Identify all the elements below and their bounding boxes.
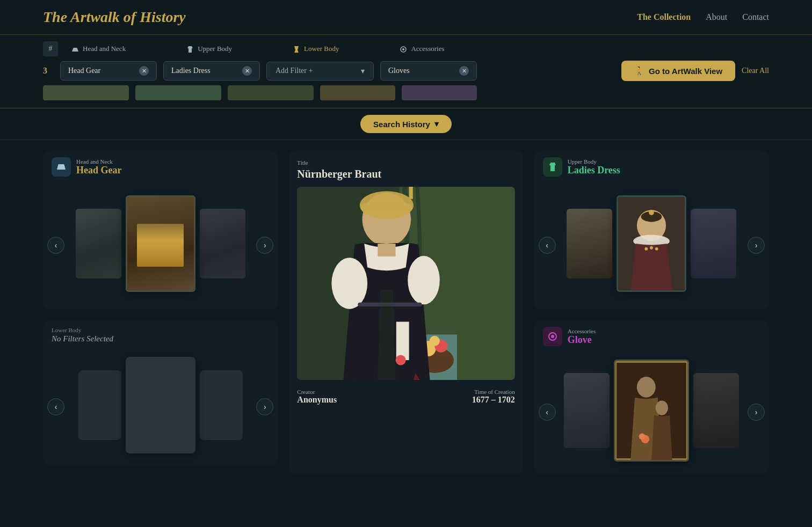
nav-about[interactable]: About xyxy=(706,12,727,22)
filter-cat-head-label: Head and Neck xyxy=(83,45,126,53)
svg-point-20 xyxy=(332,258,368,309)
artwalk-icon: 🚶 xyxy=(634,66,644,76)
lower-body-next-button[interactable]: › xyxy=(256,398,273,415)
filter-bar: # Head and Neck Upper Body xyxy=(0,35,812,108)
ladies-dress-prev-button[interactable]: ‹ xyxy=(539,237,556,254)
head-gear-thumb-left[interactable] xyxy=(76,209,121,279)
dropdown-chevron-icon: ▾ xyxy=(361,67,365,76)
glove-next-button[interactable]: › xyxy=(748,404,765,421)
detail-image xyxy=(297,187,514,380)
search-history-button[interactable]: Search History ▾ xyxy=(360,115,452,133)
ladies-dress-thumb-left[interactable] xyxy=(567,209,612,279)
glove-category: Accessories xyxy=(568,328,596,334)
preview-pill-2 xyxy=(135,85,221,100)
filter-cat-lower-label: Lower Body xyxy=(304,45,339,53)
glove-prev-button[interactable]: ‹ xyxy=(539,404,556,421)
ladies-dress-next-button[interactable]: › xyxy=(748,237,765,254)
svg-point-31 xyxy=(655,247,658,251)
glove-section: Accessories Glove ‹ xyxy=(534,320,769,474)
head-gear-section: Head and Neck Head Gear ‹ xyxy=(43,151,278,310)
glove-name: Glove xyxy=(568,334,596,346)
lower-body-thumb-left xyxy=(78,370,121,440)
head-gear-carousel-inner xyxy=(43,195,278,292)
head-gear-name: Head Gear xyxy=(76,165,121,176)
preview-pill-3 xyxy=(228,85,314,100)
head-gear-header: Head and Neck Head Gear xyxy=(43,151,278,181)
svg-point-42 xyxy=(639,434,646,440)
add-filter-label: Add Filter + xyxy=(276,67,313,75)
lower-body-carousel: ‹ › xyxy=(43,348,278,466)
search-history-bar: Search History ▾ xyxy=(0,108,812,140)
preview-pill-5 xyxy=(402,85,477,100)
ladies-dress-carousel-inner xyxy=(534,195,769,292)
head-gear-thumb-right[interactable] xyxy=(200,209,245,279)
head-gear-next-button[interactable]: › xyxy=(256,237,273,254)
ladies-dress-chip[interactable]: Ladies Dress ✕ xyxy=(163,61,260,80)
nav-contact[interactable]: Contact xyxy=(742,12,769,22)
ladies-dress-carousel: ‹ xyxy=(534,181,769,310)
ladies-dress-section-icon xyxy=(543,157,562,177)
ladies-dress-label: Ladies Dress xyxy=(171,67,211,75)
creator-value: Anonymus xyxy=(297,395,337,405)
ladies-dress-name: Ladies Dress xyxy=(568,165,620,176)
detail-title-value: Nürnberger Braut xyxy=(297,168,514,180)
svg-point-29 xyxy=(645,247,648,251)
svg-rect-22 xyxy=(378,244,396,257)
head-gear-prev-button[interactable]: ‹ xyxy=(47,237,64,254)
svg-rect-23 xyxy=(396,322,409,361)
glove-section-icon xyxy=(543,327,562,346)
svg-rect-11 xyxy=(409,187,413,199)
remove-gloves[interactable]: ✕ xyxy=(459,66,469,76)
svg-point-30 xyxy=(650,246,653,250)
glove-thumb-left[interactable] xyxy=(564,373,610,448)
lower-body-icon xyxy=(292,44,301,53)
svg-point-35 xyxy=(551,335,554,338)
nav-collection[interactable]: The Collection xyxy=(637,12,691,22)
main-nav: The Collection About Contact xyxy=(637,12,769,22)
search-history-chevron-icon: ▾ xyxy=(434,119,439,129)
svg-rect-7 xyxy=(57,168,66,170)
svg-point-33 xyxy=(649,210,654,215)
svg-rect-19 xyxy=(361,203,412,211)
site-logo: The Artwalk of History xyxy=(43,9,186,26)
glove-header: Accessories Glove xyxy=(534,320,769,350)
remove-head-gear[interactable]: ✕ xyxy=(139,66,149,76)
filter-cat-head[interactable]: Head and Neck xyxy=(62,41,134,56)
lower-body-thumb-main xyxy=(126,357,195,453)
preview-pill-1 xyxy=(43,85,129,100)
glove-carousel: ‹ xyxy=(534,350,769,474)
preview-pill-4 xyxy=(320,85,395,100)
ladies-dress-thumb-main[interactable] xyxy=(617,195,686,292)
ladies-dress-thumb-right[interactable] xyxy=(691,209,736,279)
head-gear-category: Head and Neck xyxy=(76,158,121,165)
header: The Artwalk of History The Collection Ab… xyxy=(0,0,812,35)
head-gear-thumb-main[interactable] xyxy=(126,195,195,292)
glove-thumb-right[interactable] xyxy=(693,373,739,448)
head-gear-section-icon xyxy=(52,157,71,177)
lower-body-prev-button[interactable]: ‹ xyxy=(47,398,64,415)
svg-point-21 xyxy=(408,256,440,305)
svg-rect-40 xyxy=(615,361,687,460)
lower-body-category-label: Lower Body xyxy=(43,320,278,333)
filter-previews xyxy=(43,85,769,101)
filter-cat-accessories[interactable]: Accessories xyxy=(390,41,453,56)
gloves-chip[interactable]: Gloves ✕ xyxy=(380,61,477,80)
filter-cat-lower[interactable]: Lower Body xyxy=(284,41,347,56)
head-gear-chip[interactable]: Head Gear ✕ xyxy=(60,61,157,80)
filter-cat-upper-label: Upper Body xyxy=(198,45,232,53)
upper-body-icon xyxy=(186,44,194,53)
svg-point-4 xyxy=(402,48,404,50)
ladies-dress-title-group: Upper Body Ladies Dress xyxy=(568,158,620,176)
filter-cat-accessories-label: Accessories xyxy=(411,45,444,53)
time-label: Time of Creation xyxy=(472,389,515,395)
head-gear-title-group: Head and Neck Head Gear xyxy=(76,158,121,176)
head-gear-carousel: ‹ xyxy=(43,181,278,310)
filter-row: 3 Head Gear ✕ Ladies Dress ✕ Add Filter … xyxy=(43,61,769,81)
ladies-dress-category: Upper Body xyxy=(568,158,620,165)
add-filter-dropdown[interactable]: Add Filter + ▾ xyxy=(266,62,374,80)
clear-all-button[interactable]: Clear All xyxy=(742,67,769,75)
filter-cat-upper[interactable]: Upper Body xyxy=(177,41,241,56)
glove-thumb-main[interactable] xyxy=(614,360,689,462)
artwalk-button[interactable]: 🚶 Go to ArtWalk View xyxy=(621,61,735,81)
remove-ladies-dress[interactable]: ✕ xyxy=(242,66,252,76)
